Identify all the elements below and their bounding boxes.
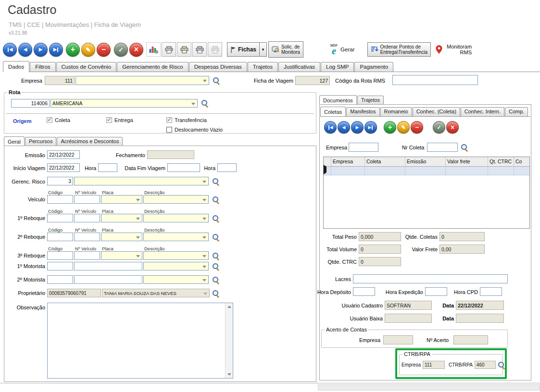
hora-inicio-field[interactable]: [98, 163, 117, 172]
rota-search-icon[interactable]: [201, 99, 209, 107]
motorista1-nome-field[interactable]: [74, 262, 142, 270]
motorista2-codigo-field[interactable]: [47, 275, 73, 284]
tab-gerenciamento-risco[interactable]: Gerenciamento de Risco: [117, 62, 188, 72]
motorista2-search-icon[interactable]: [212, 276, 220, 284]
reboque2-placa-combo[interactable]: [101, 233, 142, 241]
tab-romaneio[interactable]: Romaneio: [380, 107, 412, 116]
tab-conhec-coleta[interactable]: Conhec. (Coleta): [413, 107, 460, 116]
motorista2-combo[interactable]: [143, 275, 209, 284]
entrega-option[interactable]: Entrega: [106, 117, 133, 123]
coletas-confirm-button[interactable]: ✓: [433, 121, 445, 134]
veiculo-placa-combo[interactable]: [101, 195, 142, 204]
fichas-button[interactable]: Fichas: [227, 42, 260, 57]
add-button[interactable]: +: [66, 43, 80, 57]
fechamento-field[interactable]: [147, 150, 194, 159]
veiculo-codigo-field[interactable]: [47, 195, 73, 204]
tab-coletas[interactable]: Coletas: [320, 107, 346, 117]
tab-trajetos-right[interactable]: Trajetos: [357, 96, 384, 105]
motorista1-codigo-field[interactable]: [47, 262, 73, 270]
ordenar-pontos-button[interactable]: Ordenar Pontos deEntrega\Transferência: [367, 42, 431, 57]
edit-button[interactable]: ✎: [81, 43, 95, 57]
hora-expedicao-field[interactable]: [425, 287, 447, 296]
motorista2-nome-field[interactable]: [74, 275, 142, 284]
observacao-textarea[interactable]: [47, 303, 233, 379]
coletas-grid[interactable]: Empresa Coleta Emissão Valor frete Qt. C…: [323, 157, 530, 229]
empresa-search-icon[interactable]: [213, 77, 220, 85]
ficha-viagem-field[interactable]: 127: [295, 76, 330, 85]
gerenc-risco-field[interactable]: 3: [47, 177, 73, 185]
grid-row[interactable]: [324, 167, 529, 175]
delete-button[interactable]: −: [97, 43, 111, 57]
tab-dados[interactable]: Dados: [3, 61, 29, 72]
codigo-rota-rms-field[interactable]: [392, 75, 478, 85]
proprietario-codigo-field[interactable]: 00083579060791: [47, 289, 101, 297]
fichas-dropdown-button[interactable]: ▼: [259, 42, 267, 57]
tab-log-smp[interactable]: Log SMP: [321, 62, 354, 72]
ctrb-rpa-search-icon[interactable]: [498, 361, 505, 369]
tab-despesas-diversas[interactable]: Despesas Diversas: [189, 62, 247, 72]
tab-custos-convenio[interactable]: Custos de Convênio: [56, 62, 117, 72]
veiculo-numero-field[interactable]: [74, 195, 100, 204]
motorista1-combo[interactable]: [143, 262, 209, 270]
inicio-viagem-field[interactable]: 22/12/2022: [47, 163, 80, 172]
next-record-button[interactable]: ▶: [34, 43, 48, 57]
hora-deposito-field[interactable]: [353, 287, 375, 296]
coletas-first-button[interactable]: ◀: [324, 121, 337, 134]
reboque2-search-icon[interactable]: [212, 233, 220, 241]
first-record-button[interactable]: ◀: [3, 43, 17, 57]
last-record-button[interactable]: ▶: [49, 43, 63, 57]
reboque3-search-icon[interactable]: [212, 252, 220, 260]
gerenc-risco-combo[interactable]: [74, 177, 209, 185]
reboque3-placa-combo[interactable]: [101, 251, 142, 260]
reboque1-search-icon[interactable]: [212, 215, 220, 222]
nr-coleta-field[interactable]: [427, 143, 458, 152]
data-fim-field[interactable]: [167, 163, 200, 172]
reboque3-numero-field[interactable]: [74, 251, 100, 260]
confirm-button[interactable]: ✓: [114, 43, 128, 57]
transferencia-checkbox[interactable]: [166, 117, 172, 123]
rota-nome-combo[interactable]: AMERICANA: [50, 99, 198, 108]
coletas-cancel-button[interactable]: ×: [446, 121, 459, 134]
reboque2-codigo-field[interactable]: [47, 233, 73, 241]
vertical-scrollbar[interactable]: [225, 303, 233, 378]
coleta-checkbox[interactable]: [47, 117, 52, 123]
coletas-add-button[interactable]: +: [384, 121, 396, 134]
veiculo-search-icon[interactable]: [212, 196, 220, 204]
empresa-field[interactable]: 111: [45, 76, 75, 85]
empresa-combo[interactable]: [75, 76, 209, 85]
monitoramento-rms-button[interactable]: MonitoramRMS: [436, 44, 472, 55]
coletas-last-button[interactable]: ▶: [364, 121, 377, 134]
motorista1-search-icon[interactable]: [212, 263, 220, 270]
proprietario-nome-combo[interactable]: TANIA MARIA SOUZA DAS NEVES: [102, 289, 210, 297]
deslocamento-vazio-option[interactable]: Deslocamento Vazio: [166, 127, 223, 133]
coletas-empresa-field[interactable]: [349, 143, 378, 152]
chart-button[interactable]: [146, 42, 161, 57]
nr-coleta-search-icon[interactable]: [461, 144, 468, 151]
reboque1-placa-combo[interactable]: [101, 214, 142, 222]
veiculo-descricao-combo[interactable]: [143, 195, 209, 204]
reboque3-codigo-field[interactable]: [47, 251, 73, 260]
coletas-next-button[interactable]: ▶: [351, 121, 364, 134]
tab-pagamento[interactable]: Pagamento: [354, 62, 393, 72]
tab-documentos[interactable]: Documentos: [319, 95, 357, 105]
reboque2-numero-field[interactable]: [74, 233, 100, 241]
tab-filtros[interactable]: Filtros: [30, 62, 55, 72]
reboque1-numero-field[interactable]: [74, 214, 100, 222]
tab-acrescimos-descontos[interactable]: Acréscimos e Descontos: [57, 137, 123, 146]
tab-trajetos[interactable]: Trajetos: [248, 62, 278, 72]
lacres-field[interactable]: [353, 274, 508, 283]
tab-geral[interactable]: Geral: [4, 136, 25, 147]
coleta-option[interactable]: Coleta: [47, 117, 70, 123]
scroll-up-button[interactable]: [226, 303, 233, 310]
reboque1-descricao-combo[interactable]: [143, 214, 209, 222]
horizontal-scrollbar[interactable]: [318, 384, 540, 391]
rota-codigo-field[interactable]: 114006: [11, 99, 50, 108]
hora-cpd-field[interactable]: [480, 287, 502, 296]
coletas-delete-button[interactable]: −: [411, 121, 423, 134]
coletas-edit-button[interactable]: ✎: [397, 121, 410, 134]
print-document-button[interactable]: [177, 42, 191, 57]
solicitacao-monitoramento-button[interactable]: Solic. deMonitora: [268, 41, 303, 58]
previous-record-button[interactable]: ◀: [18, 43, 32, 57]
gerenc-risco-search-icon[interactable]: [212, 178, 220, 185]
tab-manifestos[interactable]: Manifestos: [346, 107, 379, 116]
